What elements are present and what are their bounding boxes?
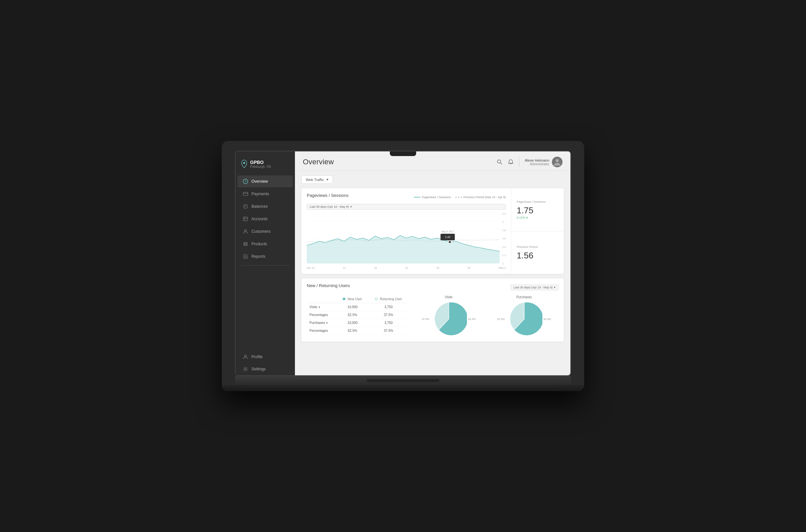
sidebar-label-profile: Profile [252, 355, 263, 359]
sidebar-label-overview: Overview [252, 179, 268, 184]
stat-current-value: 1.75 [517, 206, 533, 215]
notifications-icon[interactable] [508, 159, 514, 165]
chart-container: 1.42 May 4, 2017 2.221.81.61.41.21 [307, 212, 506, 265]
col-header-new: New User [337, 295, 368, 303]
sidebar: GPBO Pittsburgh, PA Overview [236, 151, 295, 375]
legend-line-current [414, 197, 420, 197]
purchases-pie-chart [506, 301, 543, 337]
sidebar-item-overview[interactable]: Overview [238, 175, 293, 187]
stats-panel: Pageviews / Sessions 1.75 0.12% ▲ Previo… [511, 188, 564, 274]
legend-label-previous: Previous Period (Mar 10 - Apr 9) [463, 195, 506, 199]
sidebar-item-customers[interactable]: Customers [238, 226, 293, 238]
col-returning-label: Returning User [380, 297, 402, 301]
svg-point-21 [555, 159, 559, 162]
brand-name: GPBO [250, 160, 271, 165]
stat-change-value: 0.12% [517, 216, 525, 219]
laptop-bottom [222, 385, 584, 391]
svg-point-16 [244, 355, 246, 357]
sidebar-item-accounts[interactable]: Accounts [238, 213, 293, 225]
table-row: Percentages 62.5% 37.5% [307, 327, 409, 335]
svg-point-8 [244, 229, 246, 231]
nr-table: New User Returning User [307, 295, 409, 335]
sidebar-item-settings[interactable]: Settings [238, 363, 293, 375]
nav-bottom: Profile Settings [236, 350, 295, 375]
legend-item-previous: Previous Period (Mar 10 - Apr 9) [455, 195, 506, 199]
row-label-purchases: Purchases ▾ [307, 319, 337, 327]
search-icon[interactable] [497, 159, 502, 165]
sidebar-label-balances: Balances [252, 204, 268, 209]
purchases-new-value: 10,000 [337, 319, 368, 327]
legend-item-current: Pageviews / Sessions [414, 195, 451, 199]
visits-pie-container: 37.5% [422, 301, 476, 337]
svg-rect-5 [243, 217, 248, 221]
svg-text:May 4, 2017: May 4, 2017 [442, 230, 454, 233]
stat-previous: Previous Period 1.56 [511, 231, 564, 274]
sidebar-label-settings: Settings [252, 367, 265, 371]
overview-icon [243, 179, 248, 184]
visits-pie-chart [431, 301, 467, 337]
nr-charts-area: Visits 37.5% [414, 295, 558, 337]
user-role: Administrator [525, 162, 549, 166]
chevron-down-icon: ▾ [350, 205, 352, 208]
nr-date-dropdown[interactable]: Last 30 days (Apr 10 - May 9) ▾ [510, 284, 558, 290]
accounts-icon [243, 216, 248, 222]
chevron-down-icon: ▾ [554, 286, 555, 289]
visits-pie-title: Visits [445, 295, 453, 299]
purchases-pie-container: 37.5% [497, 301, 551, 337]
col-new-label: New User [348, 297, 362, 301]
sidebar-label-customers: Customers [252, 229, 271, 234]
purchases-dropdown[interactable]: ▾ [326, 321, 328, 325]
stat-previous-label: Previous Period [517, 245, 538, 249]
visits-pie-wrap: Visits 37.5% [422, 295, 476, 337]
web-traffic-dropdown[interactable]: Web Traffic ▾ [301, 175, 333, 184]
purchases-returning-value: 3,750 [368, 319, 409, 327]
row-label-pct2: Percentages [307, 327, 337, 335]
table-row: Visits ▾ 10,000 3,750 [307, 303, 409, 311]
avatar[interactable] [552, 157, 563, 167]
purchases-right-label: 62.5% [544, 318, 551, 321]
new-returning-section: New / Returning Users Last 30 days (Apr … [301, 279, 564, 342]
sidebar-label-reports: Reports [252, 254, 265, 259]
balances-icon [243, 204, 248, 209]
date-range-label: Last 30 days (Apr 10 - May 9) [310, 205, 349, 208]
pageviews-chart: 1.42 May 4, 2017 [307, 212, 506, 265]
brand-area: GPBO Pittsburgh, PA [236, 155, 295, 175]
sidebar-item-payments[interactable]: Payments [238, 188, 293, 200]
pct2-returning-value: 37.5% [368, 327, 409, 335]
reports-icon [243, 254, 248, 259]
app-shell: GPBO Pittsburgh, PA Overview [236, 151, 570, 375]
stat-change: 0.12% ▲ [517, 216, 528, 219]
new-dot [343, 298, 345, 300]
visits-dropdown[interactable]: ▾ [319, 305, 320, 309]
pageviews-title: Pageviews / Sessions [307, 193, 348, 198]
purchases-pie-title: Purchases [516, 295, 532, 299]
sidebar-label-products: Products [252, 242, 267, 246]
laptop-frame: GPBO Pittsburgh, PA Overview [222, 141, 584, 391]
chevron-down-icon: ▾ [327, 177, 329, 182]
header: Overview Alexe Heima [295, 151, 570, 171]
sidebar-label-payments: Payments [252, 192, 269, 196]
row-label-pct1: Percentages [307, 311, 337, 319]
svg-text:1.42: 1.42 [445, 235, 451, 239]
chart-header: Pageviews / Sessions Pageviews / Session… [307, 193, 506, 201]
x-axis-labels: Apr 101418222630May 9 [307, 265, 506, 269]
svg-point-29 [448, 241, 451, 243]
svg-line-19 [500, 163, 502, 165]
nr-title: New / Returning Users [307, 283, 350, 288]
legend-line-previous [455, 197, 462, 197]
laptop-screen: GPBO Pittsburgh, PA Overview [235, 151, 571, 376]
sidebar-item-products[interactable]: Products [238, 238, 293, 250]
sidebar-item-reports[interactable]: Reports [238, 250, 293, 262]
main-content: Overview Alexe Heima [295, 151, 570, 375]
date-range-dropdown[interactable]: Last 30 days (Apr 10 - May 9) ▾ [307, 204, 506, 210]
chart-legend: Pageviews / Sessions Previous Period (Ma… [414, 195, 506, 199]
sidebar-item-balances[interactable]: Balances [238, 201, 293, 212]
header-right: Alexe Heimann Administrator [497, 157, 563, 167]
arrow-up-icon: ▲ [526, 216, 529, 219]
stat-current-label: Pageviews / Sessions [517, 200, 546, 204]
sidebar-item-profile[interactable]: Profile [238, 351, 293, 363]
svg-point-0 [243, 162, 245, 164]
row-label-visits: Visits ▾ [307, 303, 337, 311]
laptop-hinge [367, 379, 439, 382]
user-info: Alexe Heimann Administrator [525, 157, 563, 167]
